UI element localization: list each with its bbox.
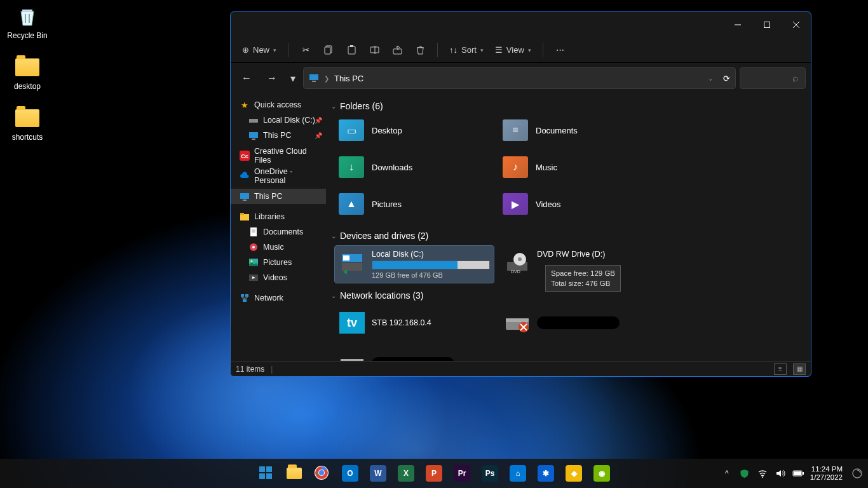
security-icon[interactable] xyxy=(739,468,750,479)
address-bar[interactable]: ❯ This PC ⌄ ⟳ xyxy=(303,67,736,89)
delete-button[interactable] xyxy=(409,40,431,60)
taskbar-store[interactable]: ⌂ xyxy=(505,461,531,486)
star-icon: ★ xyxy=(240,100,250,110)
clock-time: 11:24 PM xyxy=(810,465,843,473)
folder-label: Music xyxy=(536,163,557,172)
maximize-button[interactable] xyxy=(752,12,782,37)
drives-group-header[interactable]: ⌄ Devices and drives (2) xyxy=(331,231,804,241)
cut-button[interactable]: ✂ xyxy=(295,40,316,60)
copy-button[interactable] xyxy=(318,40,339,60)
svg-rect-56 xyxy=(266,473,272,479)
desktop-folder-label: desktop xyxy=(14,82,41,91)
tray-overflow-button[interactable]: ^ xyxy=(721,468,733,479)
sidebar-item-videos[interactable]: Videos xyxy=(231,270,326,285)
network-header-label: Network locations (3) xyxy=(340,290,424,301)
battery-icon[interactable] xyxy=(792,468,804,479)
close-button[interactable] xyxy=(782,12,811,37)
taskbar-excel[interactable]: X xyxy=(393,461,419,486)
svg-rect-14 xyxy=(312,81,316,82)
svg-point-61 xyxy=(762,477,763,478)
taskbar-photoshop[interactable]: Ps xyxy=(477,461,503,486)
network-icon xyxy=(339,350,365,361)
shortcuts-folder-icon[interactable]: shortcuts xyxy=(3,105,51,142)
clock[interactable]: 11:24 PM 1/27/2022 xyxy=(810,465,843,482)
sidebar-item-quick-access[interactable]: ★Quick access xyxy=(231,97,326,112)
sidebar-item-libraries[interactable]: Libraries xyxy=(231,209,326,224)
sidebar-item-pictures[interactable]: Pictures xyxy=(231,255,326,270)
svg-rect-38 xyxy=(343,255,349,261)
sidebar-item-creative-cloud-files[interactable]: CcCreative Cloud Files xyxy=(231,148,326,163)
taskbar-powerpoint[interactable]: P xyxy=(421,461,447,486)
search-input[interactable]: ⌕ xyxy=(740,67,806,89)
drive-icon xyxy=(248,115,259,125)
folders-group-header[interactable]: ⌄ Folders (6) xyxy=(331,101,804,111)
wifi-icon[interactable] xyxy=(757,468,768,479)
notifications-button[interactable] xyxy=(851,468,863,479)
back-button[interactable]: ← xyxy=(236,67,257,89)
recycle-bin-icon[interactable]: Recycle Bin xyxy=(3,3,51,40)
rename-button[interactable] xyxy=(363,40,385,60)
details-view-button[interactable]: ≡ xyxy=(774,363,787,375)
sidebar-item-local-disk-c-[interactable]: Local Disk (C:)📌 xyxy=(231,112,326,128)
tooltip-total: Total size: 476 GB xyxy=(551,278,615,288)
new-button[interactable]: ⊕ New ▾ xyxy=(237,40,281,60)
system-tray: ^ 11:24 PM 1/27/2022 xyxy=(721,465,868,482)
taskbar-chrome[interactable] xyxy=(309,461,335,486)
taskbar-nvidia[interactable]: ◉ xyxy=(589,461,614,486)
folder-documents[interactable]: ≡Documents xyxy=(499,116,658,144)
net-icon xyxy=(240,293,250,303)
more-button[interactable]: ⋯ xyxy=(550,40,571,60)
refresh-button[interactable]: ⟳ xyxy=(723,74,730,83)
minimize-button[interactable] xyxy=(723,12,752,37)
thumbnails-view-button[interactable]: ▦ xyxy=(793,363,806,375)
volume-icon[interactable] xyxy=(775,468,786,479)
status-bar: 11 items | ≡ ▦ xyxy=(231,361,811,376)
network-location-0[interactable]: tvSTB 192.168.0.4 xyxy=(335,306,494,340)
sidebar-item-music[interactable]: Music xyxy=(231,240,326,255)
chevron-down-icon: ▾ xyxy=(528,47,531,53)
breadcrumb[interactable]: This PC xyxy=(334,74,363,83)
taskbar-explorer[interactable] xyxy=(281,461,307,486)
paste-button[interactable] xyxy=(341,40,362,60)
forward-button[interactable]: → xyxy=(261,67,283,89)
folder-desktop[interactable]: ▭Desktop xyxy=(335,116,494,144)
share-button[interactable] xyxy=(386,40,408,60)
desktop-folder-icon[interactable]: desktop xyxy=(3,54,51,91)
taskbar: OWXPPrPs⌂✱◆◉ ^ 11:24 PM 1/27/2022 xyxy=(0,459,868,488)
sort-button[interactable]: ↑↓ Sort ▾ xyxy=(444,40,489,60)
network-location-1[interactable] xyxy=(500,306,659,340)
network-location-2[interactable] xyxy=(335,346,494,361)
music-icon xyxy=(248,242,259,252)
sidebar-item-network[interactable]: Network xyxy=(231,290,326,306)
folder-downloads[interactable]: ↓Downloads xyxy=(335,153,494,181)
network-group-header[interactable]: ⌄ Network locations (3) xyxy=(331,290,804,301)
sidebar-item-onedrive-personal[interactable]: OneDrive - Personal xyxy=(231,168,326,184)
folder-videos[interactable]: ▶Videos xyxy=(499,190,658,218)
svg-text:Cc: Cc xyxy=(241,153,248,159)
recent-dropdown[interactable]: ▾ xyxy=(287,67,299,89)
taskbar-word[interactable]: W xyxy=(365,461,391,486)
svg-rect-18 xyxy=(252,139,255,140)
sidebar-item-label: Documents xyxy=(263,227,303,236)
view-button[interactable]: ☰ View ▾ xyxy=(490,40,536,60)
taskbar-start[interactable] xyxy=(254,461,279,486)
svg-rect-23 xyxy=(240,214,249,220)
folder-music[interactable]: ♪Music xyxy=(499,153,658,181)
svg-rect-55 xyxy=(259,473,265,479)
taskbar-bluetooth[interactable]: ✱ xyxy=(533,461,559,486)
folder-pictures[interactable]: ▲Pictures xyxy=(335,190,494,218)
sidebar-item-this-pc[interactable]: This PC xyxy=(231,189,326,204)
drive-local-disk-c-[interactable]: Local Disk (C:)129 GB free of 476 GB xyxy=(335,246,494,283)
chevron-down-icon: ⌄ xyxy=(331,292,336,299)
address-dropdown-icon[interactable]: ⌄ xyxy=(708,75,713,82)
sidebar-item-this-pc[interactable]: This PC📌 xyxy=(231,128,326,143)
command-bar: ⊕ New ▾ ✂ ↑↓ Sort ▾ ☰ View ▾ ⋯ xyxy=(231,37,811,63)
sidebar-item-documents[interactable]: Documents xyxy=(231,224,326,240)
titlebar[interactable] xyxy=(231,12,811,37)
svg-rect-13 xyxy=(309,74,318,80)
taskbar-binance[interactable]: ◆ xyxy=(561,461,587,486)
clock-date: 1/27/2022 xyxy=(810,473,843,482)
taskbar-outlook[interactable]: O xyxy=(337,461,363,486)
taskbar-premiere[interactable]: Pr xyxy=(449,461,475,486)
view-icon: ☰ xyxy=(495,45,503,55)
